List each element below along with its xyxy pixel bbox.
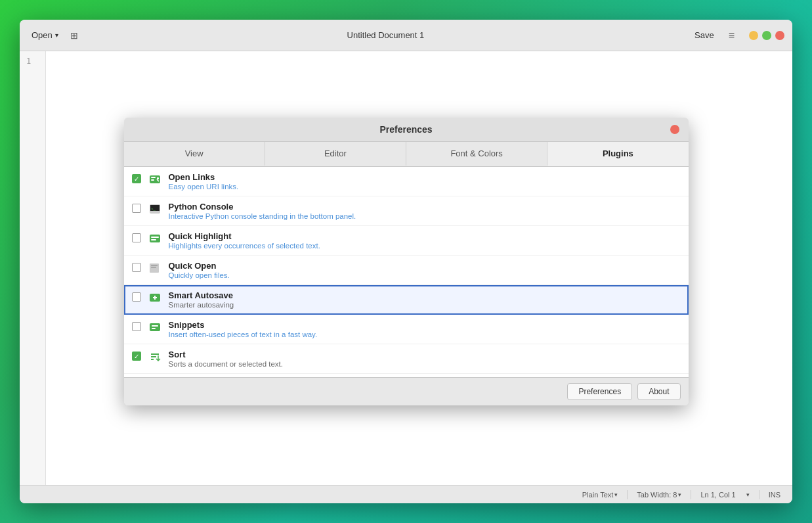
svg-rect-16 [152, 328, 156, 329]
svg-rect-8 [151, 237, 159, 238]
plugin-icon-open_links [148, 172, 162, 187]
new-tab-icon: ⊞ [70, 30, 78, 41]
plugin-name-quick_open: Quick Open [169, 261, 681, 271]
line-numbers: 1 [20, 51, 46, 485]
statusbar-divider-1 [627, 490, 628, 499]
plugin-icon-sort [148, 350, 162, 364]
minimize-button[interactable] [749, 31, 758, 40]
plugin-unchecked-icon [132, 233, 141, 242]
titlebar-right: Save ≡ [689, 28, 784, 43]
svg-rect-3 [157, 177, 159, 179]
plugin-icon-python_console: >_ [148, 202, 162, 216]
plugin-icon-quick_highlight [148, 231, 162, 246]
ins-mode-label: INS [769, 491, 780, 499]
plugin-info-smart_autosave: Smart AutosaveSmarter autosaving [169, 290, 681, 309]
svg-rect-12 [151, 267, 156, 268]
statusbar-divider-2 [691, 490, 691, 499]
plugin-desc-snippets: Insert often-used pieces of text in a fa… [169, 330, 681, 338]
about-footer-label: About [649, 387, 669, 396]
tab-plugins-label: Plugins [603, 148, 633, 158]
close-button[interactable] [775, 31, 784, 40]
plugin-info-quick_highlight: Quick HighlightHighlights every occurren… [169, 231, 681, 250]
plugin-icon-snippets [148, 320, 162, 334]
open-button[interactable]: Open ▾ [28, 28, 62, 43]
tab-plugins[interactable]: Plugins [547, 142, 688, 166]
editor-content[interactable]: 1 Preferences View Editor [20, 51, 792, 485]
plugin-name-smart_autosave: Smart Autosave [169, 290, 681, 300]
dialog-footer: Preferences About [124, 377, 689, 405]
tab-font-colors-label: Font & Colors [450, 148, 502, 158]
plugin-name-open_links: Open Links [169, 172, 681, 182]
tab-font-colors[interactable]: Font & Colors [406, 142, 547, 166]
plugin-checked-icon [132, 352, 141, 361]
new-tab-button[interactable]: ⊞ [66, 28, 82, 43]
plugin-list: Open LinksEasy open URI links.>_Python C… [124, 167, 689, 377]
tab-view-label: View [185, 148, 203, 158]
plugin-item-python_console[interactable]: >_Python ConsoleInteractive Python conso… [124, 196, 689, 226]
titlebar-left: Open ▾ ⊞ [28, 28, 82, 43]
position-item[interactable]: Ln 1, Col 1 [696, 489, 739, 500]
plugin-info-open_links: Open LinksEasy open URI links. [169, 172, 681, 191]
dialog-close-button[interactable] [670, 125, 679, 134]
ins-mode-item: INS [765, 489, 784, 500]
plugin-item-snippets[interactable]: SnippetsInsert often-used pieces of text… [124, 315, 689, 344]
hamburger-icon: ≡ [729, 30, 735, 41]
plugin-name-sort: Sort [169, 350, 681, 359]
plugin-info-snippets: SnippetsInsert often-used pieces of text… [169, 320, 681, 338]
preferences-footer-button[interactable]: Preferences [567, 383, 632, 400]
plugin-item-sort[interactable]: SortSorts a document or selected text. [124, 344, 689, 374]
open-chevron-icon: ▾ [55, 32, 58, 39]
plugin-name-quick_highlight: Quick Highlight [169, 231, 681, 241]
window-controls [749, 31, 784, 40]
svg-rect-2 [151, 179, 154, 181]
svg-rect-7 [150, 235, 160, 242]
svg-rect-14 [150, 323, 160, 331]
plugin-checked-icon [132, 174, 141, 183]
position-chevron-item[interactable]: ▾ [742, 490, 754, 499]
maximize-button[interactable] [762, 31, 771, 40]
plugin-unchecked-icon [132, 322, 141, 331]
save-button[interactable]: Save [689, 28, 719, 43]
plugin-icon-quick_open [148, 261, 162, 275]
plugin-desc-quick_highlight: Highlights every occurrences of selected… [169, 242, 681, 250]
plain-text-label: Plain Text [582, 491, 614, 499]
plugin-item-quick_open[interactable]: Quick OpenQuickly open files. [124, 256, 689, 285]
preferences-footer-label: Preferences [578, 387, 621, 396]
document-title: Untitled Document 1 [82, 30, 689, 40]
plugin-name-python_console: Python Console [169, 202, 681, 212]
line-number-1: 1 [26, 57, 31, 66]
editor-window: Open ▾ ⊞ Untitled Document 1 Save ≡ 1 [20, 20, 792, 503]
tab-view[interactable]: View [124, 142, 265, 166]
plain-text-chevron-icon: ▾ [614, 491, 618, 498]
hamburger-menu-button[interactable]: ≡ [725, 28, 738, 43]
plugin-unchecked-icon [132, 204, 141, 213]
tab-editor[interactable]: Editor [265, 142, 406, 166]
svg-rect-15 [152, 325, 158, 327]
plugin-unchecked-icon [132, 263, 141, 272]
plugin-item-smart_autosave[interactable]: Smart AutosaveSmarter autosaving [124, 285, 689, 315]
tab-editor-label: Editor [324, 148, 347, 158]
plugin-item-open_links[interactable]: Open LinksEasy open URI links. [124, 167, 689, 196]
plain-text-item[interactable]: Plain Text ▾ [578, 489, 622, 500]
dialog-titlebar: Preferences [124, 118, 689, 142]
statusbar-divider-3 [759, 490, 759, 499]
tab-width-label: Tab Width: 8 [637, 491, 677, 499]
plugin-name-snippets: Snippets [169, 320, 681, 330]
plugin-desc-smart_autosave: Smarter autosaving [169, 301, 681, 309]
plugin-icon-smart_autosave [148, 290, 162, 305]
position-label: Ln 1, Col 1 [700, 491, 735, 499]
about-footer-button[interactable]: About [637, 383, 680, 400]
statusbar: Plain Text ▾ Tab Width: 8 ▾ Ln 1, Col 1 … [20, 485, 792, 503]
plugin-info-sort: SortSorts a document or selected text. [169, 350, 681, 368]
tabs-bar: View Editor Font & Colors Plugins [124, 142, 689, 167]
plugin-info-quick_open: Quick OpenQuickly open files. [169, 261, 681, 279]
plugin-item-quick_highlight[interactable]: Quick HighlightHighlights every occurren… [124, 226, 689, 256]
svg-rect-11 [151, 265, 158, 266]
tab-width-item[interactable]: Tab Width: 8 ▾ [633, 489, 685, 500]
titlebar: Open ▾ ⊞ Untitled Document 1 Save ≡ [20, 20, 792, 51]
tab-width-chevron-icon: ▾ [678, 491, 681, 498]
dialog-title: Preferences [142, 124, 670, 135]
open-label: Open [32, 30, 53, 40]
preferences-dialog: Preferences View Editor Font & Colors [124, 118, 689, 405]
plugin-info-python_console: Python ConsoleInteractive Python console… [169, 202, 681, 220]
